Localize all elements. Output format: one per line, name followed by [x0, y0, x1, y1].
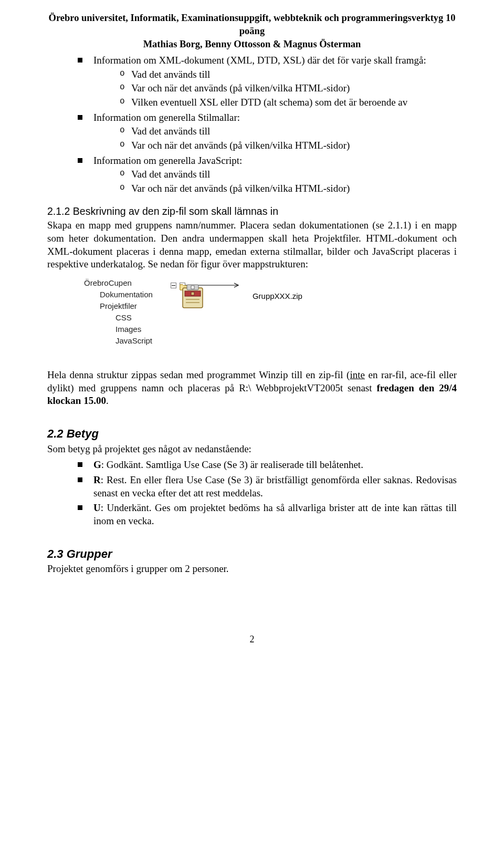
zip-file-figure: GruppXXX.zip	[253, 291, 302, 301]
svg-rect-9	[191, 286, 194, 289]
tree-label-proj: Projektfiler	[100, 301, 137, 311]
grade-r-text: : Rest. En eller flera Use Case (Se 3) ä…	[93, 474, 457, 498]
para-2-1-2: Skapa en mapp med gruppens namn/nummer. …	[47, 219, 457, 271]
folder-tree: ÖrebroCupen Dokumentation Projektfiler C…	[84, 277, 153, 347]
tree-label-images: Images	[116, 324, 141, 335]
page-number: 2	[47, 633, 457, 646]
folder-structure-figure: ÖrebroCupen Dokumentation Projektfiler C…	[84, 277, 457, 347]
grade-u-bold: U	[93, 502, 101, 513]
tree-label-js: JavaScript	[116, 336, 152, 346]
zip-paragraph: Hela denna struktur zippas sedan med pro…	[47, 369, 457, 408]
grade-g-text: : Godkänt. Samtliga Use Case (Se 3) är r…	[101, 459, 363, 470]
heading-2-1-2: 2.1.2 Beskrivning av den zip-fil som ska…	[47, 205, 457, 218]
para-2-2-intro: Som betyg på projektet ges något av neda…	[47, 443, 457, 456]
grade-r: R: Rest. En eller flera Use Case (Se 3) …	[78, 474, 457, 500]
zip-label: GruppXXX.zip	[253, 291, 302, 301]
xml-o3: Vilken eventuell XSL eller DTD (alt sche…	[120, 96, 457, 109]
tree-label-css: CSS	[116, 313, 132, 323]
xml-sublist: Vad det används till Var och när det anv…	[93, 68, 457, 109]
grade-list: G: Godkänt. Samtliga Use Case (Se 3) är …	[47, 459, 457, 527]
bullet-stilmallar-text: Information om generella Stilmallar:	[93, 112, 240, 123]
bullet-js-text: Information om generella JavaScript:	[93, 155, 242, 166]
zip-para-a: Hela denna struktur zippas sedan med pro…	[47, 369, 350, 380]
heading-2-3: 2.3 Grupper	[47, 547, 457, 562]
minus-box-icon	[171, 283, 176, 288]
grade-g: G: Godkänt. Samtliga Use Case (Se 3) är …	[78, 459, 457, 472]
grade-u-text: : Underkänt. Ges om projektet bedöms ha …	[93, 502, 457, 526]
tree-label-root: ÖrebroCupen	[84, 278, 132, 288]
header-line-2: Mathias Borg, Benny Ottosson & Magnus Ös…	[47, 38, 457, 51]
bullet-xml-text: Information om XML-dokument (XML, DTD, X…	[93, 55, 426, 66]
grade-u: U: Underkänt. Ges om projektet bedöms ha…	[78, 502, 457, 527]
main-bullet-list: Information om XML-dokument (XML, DTD, X…	[47, 54, 457, 195]
tree-row-root: ÖrebroCupen	[84, 277, 153, 289]
js-sublist: Vad det används till Var och när det anv…	[93, 168, 457, 195]
zip-para-end: .	[106, 395, 109, 406]
bullet-stilmallar: Information om generella Stilmallar: Vad…	[78, 111, 457, 152]
header-line-1: Örebro universitet, Informatik, Examinat…	[47, 12, 457, 38]
tree-row-dok: Dokumentation	[84, 289, 153, 300]
grade-r-bold: R	[93, 474, 101, 485]
stil-sublist: Vad det används till Var och när det anv…	[93, 125, 457, 152]
zip-archive-icon	[180, 283, 206, 310]
xml-o2: Var och när det används (på vilken/vilka…	[120, 82, 457, 95]
tree-row-proj: Projektfiler	[84, 300, 153, 312]
tree-row-images: Images	[84, 324, 153, 335]
para-2-3: Projektet genomförs i grupper om 2 perso…	[47, 563, 457, 576]
bullet-js: Information om generella JavaScript: Vad…	[78, 154, 457, 195]
stil-o1: Vad det används till	[120, 125, 457, 138]
grade-g-bold: G	[93, 459, 101, 470]
svg-rect-7	[191, 292, 194, 295]
zip-para-underline: inte	[350, 369, 365, 380]
bullet-xml: Information om XML-dokument (XML, DTD, X…	[78, 54, 457, 109]
stil-o2: Var och när det används (på vilken/vilka…	[120, 139, 457, 152]
js-o1: Vad det används till	[120, 168, 457, 181]
js-o2: Var och när det används (på vilken/vilka…	[120, 182, 457, 195]
tree-row-js: JavaScript	[84, 335, 153, 347]
tree-label-dok: Dokumentation	[100, 289, 153, 300]
heading-2-2: 2.2 Betyg	[47, 426, 457, 442]
xml-o1: Vad det används till	[120, 68, 457, 81]
tree-row-css: CSS	[84, 312, 153, 324]
